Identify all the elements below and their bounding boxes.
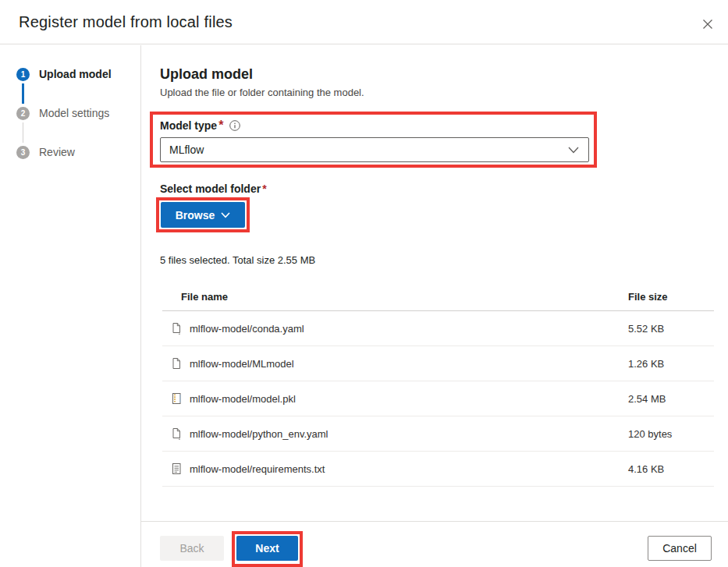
table-row[interactable]: mlflow-model/requirements.txt 4.16 KB	[162, 452, 714, 487]
archive-file-icon	[170, 392, 183, 405]
page-subtitle: Upload the file or folder containing the…	[160, 87, 364, 98]
step-1-circle: 1	[16, 68, 30, 81]
page-title: Upload model	[160, 66, 253, 83]
file-name: mlflow-model/python_env.yaml	[190, 428, 328, 440]
yaml-file-icon	[170, 322, 183, 335]
dialog-header: Register model from local files	[0, 0, 728, 44]
file-size: 1.26 KB	[628, 358, 714, 370]
info-icon[interactable]	[229, 119, 241, 132]
step-3-circle: 3	[16, 146, 30, 159]
dialog-title: Register model from local files	[19, 0, 233, 44]
chevron-down-icon	[568, 147, 579, 154]
dialog-footer: Back Next Cancel	[141, 521, 728, 567]
column-header-file-size: File size	[628, 291, 714, 303]
file-table: File name File size mlflow-model/conda.y…	[162, 283, 714, 487]
model-type-label: Model type	[160, 119, 217, 132]
browse-button-label: Browse	[176, 209, 215, 221]
step-3-label: Review	[39, 146, 75, 158]
text-file-icon	[170, 462, 183, 475]
close-icon	[702, 19, 713, 30]
next-button[interactable]: Next	[236, 536, 298, 561]
step-connector-2	[23, 122, 23, 143]
table-row[interactable]: mlflow-model/MLmodel 1.26 KB	[162, 346, 714, 381]
next-highlight-box: Next	[232, 531, 303, 567]
model-type-dropdown[interactable]: MLflow	[160, 137, 589, 162]
table-row[interactable]: mlflow-model/model.pkl 2.54 MB	[162, 381, 714, 416]
step-2-label: Model settings	[39, 107, 109, 119]
browse-button[interactable]: Browse	[161, 202, 245, 228]
file-size: 2.54 MB	[628, 393, 714, 405]
step-2-circle: 2	[16, 107, 30, 120]
yaml-file-icon	[170, 427, 183, 440]
column-header-file-name: File name	[162, 291, 628, 303]
model-type-highlight-box: Model type * MLflow	[150, 112, 597, 168]
file-size: 120 bytes	[628, 428, 714, 440]
model-type-required-marker: *	[218, 119, 223, 133]
close-button[interactable]	[700, 16, 716, 32]
step-review[interactable]: 3 Review	[0, 145, 140, 159]
step-1-label: Upload model	[39, 68, 112, 80]
selection-summary: 5 files selected. Total size 2.55 MB	[160, 254, 315, 266]
table-row[interactable]: mlflow-model/python_env.yaml 120 bytes	[162, 416, 714, 452]
cancel-button[interactable]: Cancel	[648, 536, 712, 561]
file-name: mlflow-model/requirements.txt	[190, 463, 325, 475]
file-size: 4.16 KB	[628, 463, 714, 475]
select-model-folder-label: Select model folder*	[160, 183, 267, 195]
step-model-settings[interactable]: 2 Model settings	[0, 106, 140, 120]
step-connector-1	[22, 83, 24, 104]
file-table-header: File name File size	[162, 283, 714, 311]
browse-highlight-box: Browse	[156, 197, 250, 232]
upload-model-panel: Upload model Upload the file or folder c…	[142, 45, 728, 521]
register-model-dialog: Register model from local files 1 Upload…	[0, 0, 728, 567]
file-name: mlflow-model/model.pkl	[190, 393, 296, 405]
folder-required-marker: *	[262, 183, 266, 195]
step-upload-model[interactable]: 1 Upload model	[0, 67, 140, 81]
chevron-down-icon	[221, 212, 230, 218]
file-name: mlflow-model/MLmodel	[190, 358, 294, 370]
table-row[interactable]: mlflow-model/conda.yaml 5.52 KB	[162, 311, 714, 346]
file-size: 5.52 KB	[628, 323, 714, 335]
wizard-steps-sidebar: 1 Upload model 2 Model settings 3 Review	[0, 45, 141, 567]
model-type-selected-value: MLflow	[169, 138, 204, 161]
back-button[interactable]: Back	[160, 536, 224, 561]
file-icon	[170, 357, 183, 370]
file-name: mlflow-model/conda.yaml	[190, 323, 304, 335]
